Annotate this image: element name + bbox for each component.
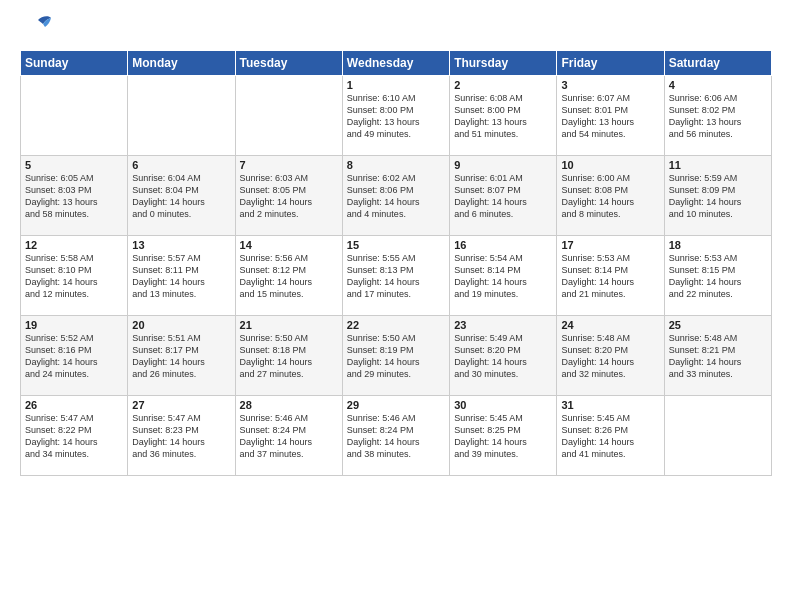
day-number: 19 [25,319,123,331]
calendar-cell: 2Sunrise: 6:08 AMSunset: 8:00 PMDaylight… [450,76,557,156]
calendar-cell [664,396,771,476]
day-number: 16 [454,239,552,251]
day-number: 27 [132,399,230,411]
calendar-cell: 22Sunrise: 5:50 AMSunset: 8:19 PMDayligh… [342,316,449,396]
day-number: 25 [669,319,767,331]
day-number: 31 [561,399,659,411]
day-number: 17 [561,239,659,251]
day-header-sunday: Sunday [21,51,128,76]
cell-info: Sunrise: 6:04 AMSunset: 8:04 PMDaylight:… [132,172,230,221]
cell-info: Sunrise: 5:47 AMSunset: 8:23 PMDaylight:… [132,412,230,461]
cell-info: Sunrise: 6:05 AMSunset: 8:03 PMDaylight:… [25,172,123,221]
calendar-cell: 24Sunrise: 5:48 AMSunset: 8:20 PMDayligh… [557,316,664,396]
day-header-friday: Friday [557,51,664,76]
day-number: 28 [240,399,338,411]
week-row-3: 12Sunrise: 5:58 AMSunset: 8:10 PMDayligh… [21,236,772,316]
day-number: 11 [669,159,767,171]
day-number: 9 [454,159,552,171]
week-row-5: 26Sunrise: 5:47 AMSunset: 8:22 PMDayligh… [21,396,772,476]
calendar-cell: 9Sunrise: 6:01 AMSunset: 8:07 PMDaylight… [450,156,557,236]
calendar-header: SundayMondayTuesdayWednesdayThursdayFrid… [21,51,772,76]
day-number: 30 [454,399,552,411]
cell-info: Sunrise: 5:58 AMSunset: 8:10 PMDaylight:… [25,252,123,301]
day-number: 5 [25,159,123,171]
calendar-cell [235,76,342,156]
day-number: 3 [561,79,659,91]
calendar-cell: 17Sunrise: 5:53 AMSunset: 8:14 PMDayligh… [557,236,664,316]
calendar-cell: 13Sunrise: 5:57 AMSunset: 8:11 PMDayligh… [128,236,235,316]
day-number: 22 [347,319,445,331]
calendar-cell: 25Sunrise: 5:48 AMSunset: 8:21 PMDayligh… [664,316,771,396]
cell-info: Sunrise: 5:45 AMSunset: 8:26 PMDaylight:… [561,412,659,461]
day-header-wednesday: Wednesday [342,51,449,76]
header [20,16,772,42]
day-number: 14 [240,239,338,251]
cell-info: Sunrise: 6:02 AMSunset: 8:06 PMDaylight:… [347,172,445,221]
cell-info: Sunrise: 5:53 AMSunset: 8:14 PMDaylight:… [561,252,659,301]
calendar-cell: 18Sunrise: 5:53 AMSunset: 8:15 PMDayligh… [664,236,771,316]
calendar-cell: 4Sunrise: 6:06 AMSunset: 8:02 PMDaylight… [664,76,771,156]
logo-bird-icon [23,12,53,42]
header-row: SundayMondayTuesdayWednesdayThursdayFrid… [21,51,772,76]
cell-info: Sunrise: 5:50 AMSunset: 8:18 PMDaylight:… [240,332,338,381]
calendar-cell [128,76,235,156]
week-row-1: 1Sunrise: 6:10 AMSunset: 8:00 PMDaylight… [21,76,772,156]
cell-info: Sunrise: 5:45 AMSunset: 8:25 PMDaylight:… [454,412,552,461]
cell-info: Sunrise: 5:57 AMSunset: 8:11 PMDaylight:… [132,252,230,301]
calendar-cell: 23Sunrise: 5:49 AMSunset: 8:20 PMDayligh… [450,316,557,396]
cell-info: Sunrise: 6:00 AMSunset: 8:08 PMDaylight:… [561,172,659,221]
calendar-cell: 7Sunrise: 6:03 AMSunset: 8:05 PMDaylight… [235,156,342,236]
calendar-body: 1Sunrise: 6:10 AMSunset: 8:00 PMDaylight… [21,76,772,476]
cell-info: Sunrise: 5:54 AMSunset: 8:14 PMDaylight:… [454,252,552,301]
day-number: 23 [454,319,552,331]
day-number: 15 [347,239,445,251]
cell-info: Sunrise: 5:55 AMSunset: 8:13 PMDaylight:… [347,252,445,301]
cell-info: Sunrise: 5:52 AMSunset: 8:16 PMDaylight:… [25,332,123,381]
calendar-cell: 16Sunrise: 5:54 AMSunset: 8:14 PMDayligh… [450,236,557,316]
cell-info: Sunrise: 5:47 AMSunset: 8:22 PMDaylight:… [25,412,123,461]
day-number: 1 [347,79,445,91]
day-number: 12 [25,239,123,251]
cell-info: Sunrise: 6:01 AMSunset: 8:07 PMDaylight:… [454,172,552,221]
day-header-tuesday: Tuesday [235,51,342,76]
cell-info: Sunrise: 5:46 AMSunset: 8:24 PMDaylight:… [240,412,338,461]
cell-info: Sunrise: 6:03 AMSunset: 8:05 PMDaylight:… [240,172,338,221]
calendar-cell: 27Sunrise: 5:47 AMSunset: 8:23 PMDayligh… [128,396,235,476]
cell-info: Sunrise: 5:50 AMSunset: 8:19 PMDaylight:… [347,332,445,381]
calendar-cell: 11Sunrise: 5:59 AMSunset: 8:09 PMDayligh… [664,156,771,236]
week-row-2: 5Sunrise: 6:05 AMSunset: 8:03 PMDaylight… [21,156,772,236]
calendar-cell: 10Sunrise: 6:00 AMSunset: 8:08 PMDayligh… [557,156,664,236]
day-number: 20 [132,319,230,331]
calendar-cell: 31Sunrise: 5:45 AMSunset: 8:26 PMDayligh… [557,396,664,476]
calendar-cell: 14Sunrise: 5:56 AMSunset: 8:12 PMDayligh… [235,236,342,316]
cell-info: Sunrise: 6:08 AMSunset: 8:00 PMDaylight:… [454,92,552,141]
cell-info: Sunrise: 5:48 AMSunset: 8:21 PMDaylight:… [669,332,767,381]
cell-info: Sunrise: 5:53 AMSunset: 8:15 PMDaylight:… [669,252,767,301]
day-number: 29 [347,399,445,411]
calendar-cell: 6Sunrise: 6:04 AMSunset: 8:04 PMDaylight… [128,156,235,236]
calendar-cell: 29Sunrise: 5:46 AMSunset: 8:24 PMDayligh… [342,396,449,476]
cell-info: Sunrise: 6:07 AMSunset: 8:01 PMDaylight:… [561,92,659,141]
calendar-cell: 3Sunrise: 6:07 AMSunset: 8:01 PMDaylight… [557,76,664,156]
calendar-cell: 21Sunrise: 5:50 AMSunset: 8:18 PMDayligh… [235,316,342,396]
day-number: 8 [347,159,445,171]
day-number: 7 [240,159,338,171]
cell-info: Sunrise: 5:56 AMSunset: 8:12 PMDaylight:… [240,252,338,301]
day-number: 2 [454,79,552,91]
calendar-cell: 12Sunrise: 5:58 AMSunset: 8:10 PMDayligh… [21,236,128,316]
day-number: 10 [561,159,659,171]
day-header-thursday: Thursday [450,51,557,76]
cell-info: Sunrise: 5:59 AMSunset: 8:09 PMDaylight:… [669,172,767,221]
day-number: 13 [132,239,230,251]
day-header-monday: Monday [128,51,235,76]
cell-info: Sunrise: 5:51 AMSunset: 8:17 PMDaylight:… [132,332,230,381]
calendar-table: SundayMondayTuesdayWednesdayThursdayFrid… [20,50,772,476]
calendar-cell: 15Sunrise: 5:55 AMSunset: 8:13 PMDayligh… [342,236,449,316]
cell-info: Sunrise: 6:06 AMSunset: 8:02 PMDaylight:… [669,92,767,141]
day-number: 6 [132,159,230,171]
calendar-cell [21,76,128,156]
cell-info: Sunrise: 5:48 AMSunset: 8:20 PMDaylight:… [561,332,659,381]
calendar-cell: 26Sunrise: 5:47 AMSunset: 8:22 PMDayligh… [21,396,128,476]
calendar-cell: 30Sunrise: 5:45 AMSunset: 8:25 PMDayligh… [450,396,557,476]
calendar-cell: 20Sunrise: 5:51 AMSunset: 8:17 PMDayligh… [128,316,235,396]
